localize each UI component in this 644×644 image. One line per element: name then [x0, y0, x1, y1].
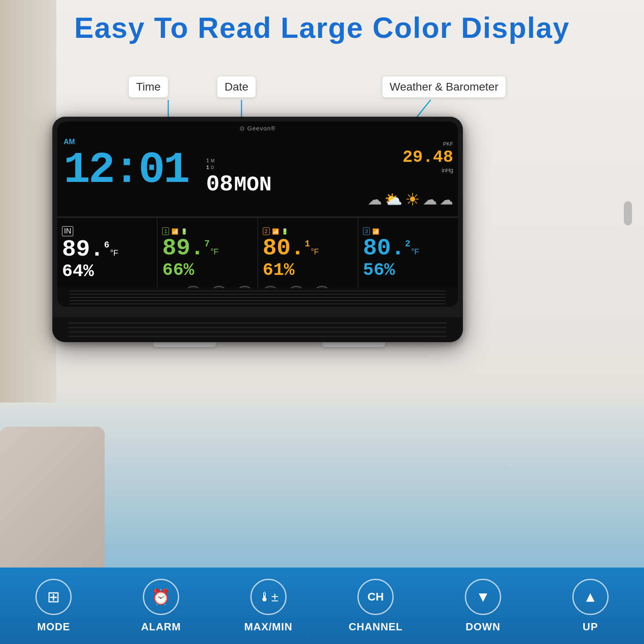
date-label: Date	[217, 76, 256, 97]
alarm-button-label: ALARM	[141, 621, 181, 633]
day-name: MON	[234, 173, 272, 197]
channel-button[interactable]: CH	[357, 579, 394, 615]
brand-label: ⊙ Geevon®	[57, 125, 458, 132]
time-display: 12:01	[64, 148, 196, 192]
display-divider	[57, 217, 458, 217]
ch1-battery: 🔋	[181, 228, 188, 235]
maxmin-button-label: MAX/MIN	[244, 621, 293, 633]
sensor-grid: IN 89.6 °F 64% 1 📶 🔋 89.7 °F	[57, 217, 458, 290]
indoor-humid: 64%	[62, 261, 152, 281]
ch3-wifi: 📶	[372, 228, 379, 235]
channel-button-label: CHANNEL	[349, 621, 402, 633]
door-handle	[624, 201, 632, 225]
mode-button-label: MODE	[37, 621, 70, 633]
weather-barometer-label: Weather & Barometer	[382, 76, 506, 97]
pressure-unit: inHg	[442, 167, 453, 173]
page-headline: Easy To Read Large Color Display	[0, 11, 644, 44]
pressure-value: 29.48	[402, 148, 453, 167]
channel-button-container: CH CHANNEL	[322, 571, 429, 641]
up-button-container: ▲ UP	[537, 571, 644, 641]
maxmin-button[interactable]: 🌡±	[250, 579, 287, 615]
display-top: AM 12:01 1 M 1 D 08 MON	[57, 133, 458, 213]
device-bottom-vent	[52, 317, 463, 342]
time-section: AM 12:01	[57, 133, 202, 213]
ch3-humid: 56%	[363, 260, 453, 280]
mode-button-container: ⊞ MODE	[0, 571, 107, 641]
indoor-temp: 89.6	[62, 238, 109, 261]
down-button[interactable]: ▼	[465, 579, 501, 615]
indoor-sensor-cell: IN 89.6 °F 64%	[57, 218, 157, 290]
pillow-area	[0, 427, 105, 568]
ch1-badge: 1	[162, 227, 169, 235]
ch1-humid: 66%	[162, 260, 252, 280]
up-button[interactable]: ▲	[572, 579, 609, 615]
down-button-label: DOWN	[466, 621, 500, 633]
device-vents	[57, 288, 458, 307]
ch3-badge: 3	[363, 227, 370, 235]
ch1-sensor-cell: 1 📶 🔋 89.7 °F 66%	[157, 218, 258, 290]
ch3-sensor-cell: 3 📶 80.2 °F 56%	[358, 218, 458, 290]
up-button-label: UP	[583, 621, 598, 633]
pkf-text: PKF	[443, 141, 453, 147]
ch2-badge: 2	[263, 227, 270, 235]
weather-section: PKF 29.48 inHg ☁ ⛅ ☀ ☁ ☁	[291, 133, 458, 213]
weather-icons: ☁ ⛅ ☀ ☁ ☁	[367, 190, 453, 209]
alarm-button[interactable]: ⏰	[143, 579, 179, 615]
ch2-battery: 🔋	[281, 228, 288, 235]
maxmin-button-container: 🌡± MAX/MIN	[215, 571, 322, 641]
ch2-temp: 80.1	[263, 237, 310, 260]
time-label: Time	[129, 76, 168, 97]
indoor-icon: IN	[62, 226, 73, 236]
am-pm-indicator: AM	[64, 138, 75, 146]
ch2-sensor-cell: 2 📶 🔋 80.1 °F 61%	[258, 218, 358, 290]
device-screen: ⊙ Geevon® AM 12:01 1 M 1 D	[57, 122, 458, 307]
weather-station-device: ⊙ Geevon® AM 12:01 1 M 1 D	[52, 117, 463, 342]
date-day: 08	[206, 173, 233, 196]
alarm-button-container: ⏰ ALARM	[107, 571, 215, 641]
ch2-wifi: 📶	[272, 228, 279, 235]
down-button-container: ▼ DOWN	[429, 571, 537, 641]
wall-accent	[0, 0, 56, 402]
ch2-humid: 61%	[263, 260, 353, 280]
bottom-button-bar: ⊞ MODE ⏰ ALARM 🌡± MAX/MIN CH CHANNEL ▼ D…	[0, 568, 644, 644]
ch1-temp: 89.7	[162, 237, 210, 260]
ch3-temp: 80.2	[363, 237, 411, 260]
date-section: 1 M 1 D 08 MON	[202, 133, 291, 213]
ch1-wifi: 📶	[171, 228, 178, 235]
mode-button[interactable]: ⊞	[35, 579, 72, 615]
